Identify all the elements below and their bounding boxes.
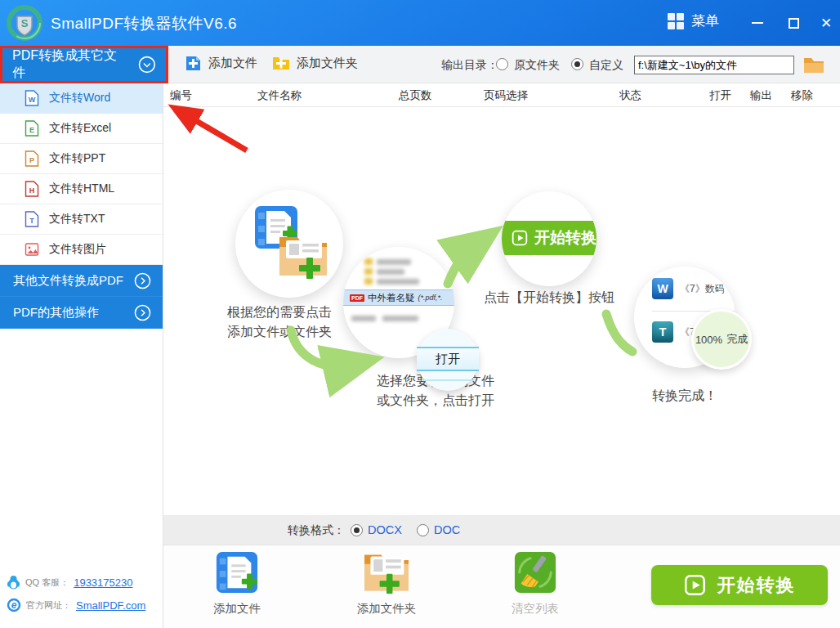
open-button-zoom-circle: 打开 [417, 329, 479, 391]
col-open: 打开 [709, 83, 731, 107]
ie-browser-icon: e [7, 598, 21, 612]
sidebar-item-txt[interactable]: T 文件转TXT [0, 204, 163, 235]
col-number: 编号 [170, 83, 192, 107]
sidebar-section-label: PDF的其他操作 [13, 305, 99, 321]
radio-docx[interactable] [351, 524, 363, 536]
website-row: e 官方网址： SmallPDF.com [0, 594, 163, 617]
play-icon [684, 574, 706, 596]
maximize-button[interactable] [781, 13, 806, 33]
qq-number-link[interactable]: 1933175230 [74, 576, 132, 589]
add-file-big-label: 添加文件 [196, 601, 278, 617]
menu-label: 菜单 [691, 11, 719, 30]
chevron-down-icon [138, 56, 156, 74]
sidebar-header-pdf-to-other[interactable]: PDF转换成其它文件 [2, 48, 166, 81]
contact-info: QQ 客服： 1933175230 e 官方网址： SmallPDF.com [0, 571, 163, 617]
sidebar-header-label: PDF转换成其它文件 [12, 47, 128, 82]
start-convert-label: 开始转换 [717, 573, 796, 598]
format-bar: 转换格式： DOCX DOC [163, 515, 840, 545]
sidebar-item-label: 文件转PPT [49, 151, 105, 166]
tutorial-step1-circle [235, 190, 343, 298]
tutorial-step3-caption: 点击【开始转换】按钮 [451, 288, 647, 307]
converted-word-row: W 《7》数码 [652, 278, 735, 299]
start-convert-button[interactable]: 开始转换 [651, 565, 828, 605]
sidebar-item-label: 文件转TXT [49, 212, 105, 227]
selected-pdf-file-row: PDF 中外着名疑 (*.pdf,*. [343, 289, 454, 306]
menu-button[interactable]: 菜单 [668, 11, 719, 30]
website-label: 官方网址： [26, 599, 71, 612]
add-file-button[interactable]: 添加文件 [185, 55, 257, 72]
sidebar-item-label: 文件转Word [49, 91, 110, 105]
radio-original-folder[interactable] [496, 58, 508, 70]
radio-custom-folder-label[interactable]: 自定义 [589, 58, 623, 73]
svg-text:P: P [29, 156, 34, 164]
website-link[interactable]: SmallPDF.com [76, 599, 145, 612]
svg-text:S: S [21, 17, 29, 29]
sidebar-item-word[interactable]: W 文件转Word [0, 83, 163, 114]
sidebar-item-excel[interactable]: E 文件转Excel [0, 114, 163, 144]
chevron-right-icon [134, 304, 151, 321]
col-remove: 移除 [791, 83, 813, 107]
svg-text:E: E [29, 126, 34, 134]
progress-complete-circle: 100% 完成 [691, 309, 752, 370]
sidebar-item-html[interactable]: H 文件转HTML [0, 174, 163, 204]
col-page-select: 页码选择 [484, 83, 528, 107]
radio-doc-label[interactable]: DOC [434, 523, 460, 536]
format-label: 转换格式： [288, 515, 345, 545]
file-list-area: 编号 文件名称 总页数 页码选择 状态 打开 输出 移除 [163, 83, 840, 515]
sidebar-item-image[interactable]: 文件转图片 [0, 235, 163, 265]
html-file-icon: H [25, 181, 39, 197]
sidebar-section-pdf-other-ops[interactable]: PDF的其他操作 [0, 297, 163, 329]
clear-list-button[interactable]: 清空列表 [494, 550, 576, 617]
sidebar-item-ppt[interactable]: P 文件转PPT [0, 144, 163, 174]
ppt-file-icon: P [25, 150, 39, 167]
sidebar-item-label: 文件转HTML [49, 182, 114, 196]
add-file-big-button[interactable]: 添加文件 [196, 550, 278, 617]
browse-folder-button[interactable] [802, 55, 825, 74]
app-title: SmallPDF转换器软件V6.6 [51, 13, 237, 34]
sidebar-section-other-to-pdf[interactable]: 其他文件转换成PDF [0, 265, 163, 297]
sidebar-item-label: 文件转图片 [49, 242, 106, 257]
add-folder-icon [272, 55, 290, 71]
title-bar: S SmallPDF转换器软件V6.6 菜单 ✕ [0, 0, 840, 46]
qq-support-row: QQ 客服： 1933175230 [0, 571, 163, 594]
blurred-folder-list [343, 258, 454, 285]
image-file-icon [25, 241, 39, 258]
output-dir-label: 输出目录： [441, 58, 498, 73]
svg-text:W: W [29, 96, 36, 104]
add-folder-button[interactable]: 添加文件夹 [272, 55, 358, 71]
txt-file-icon: T [25, 211, 39, 227]
tutorial-step4-caption: 转换完成！ [636, 386, 734, 406]
col-filename: 文件名称 [257, 83, 302, 107]
table-header: 编号 文件名称 总页数 页码选择 状态 打开 输出 移除 [163, 83, 840, 107]
open-button: 打开 [417, 347, 479, 371]
radio-doc[interactable] [417, 524, 429, 536]
close-button[interactable]: ✕ [814, 13, 838, 33]
add-folder-big-label: 添加文件夹 [346, 601, 427, 617]
annotation-highlight-box: PDF转换成其它文件 [0, 46, 168, 83]
word-file-icon: W [25, 90, 39, 106]
radio-original-folder-label[interactable]: 原文件夹 [514, 58, 560, 73]
add-folder-illustration-icon [278, 232, 328, 280]
svg-text:H: H [29, 186, 35, 195]
add-folder-big-button[interactable]: 添加文件夹 [346, 550, 427, 617]
start-convert-illustration: 开始转换 [502, 221, 596, 255]
svg-text:T: T [29, 217, 34, 225]
qq-support-label: QQ 客服： [25, 576, 69, 589]
chevron-right-icon [134, 272, 151, 289]
pdf-badge-icon: PDF [350, 294, 364, 302]
app-window: S SmallPDF转换器软件V6.6 菜单 ✕ 添加文件 添加文件夹 [0, 0, 840, 628]
add-folder-label: 添加文件夹 [297, 56, 358, 71]
excel-file-icon: E [25, 120, 39, 137]
minimize-button[interactable] [745, 13, 770, 33]
add-file-big-icon [215, 550, 259, 594]
clear-list-label: 清空列表 [494, 601, 576, 617]
blurred-dialog-row [351, 316, 418, 321]
output-path-input[interactable] [634, 56, 794, 74]
play-icon [512, 228, 528, 248]
app-logo-icon: S [7, 5, 42, 41]
svg-text:e: e [11, 599, 17, 611]
clear-list-broom-icon [513, 550, 557, 594]
radio-docx-label[interactable]: DOCX [368, 523, 402, 536]
col-status: 状态 [619, 83, 641, 107]
radio-custom-folder[interactable] [571, 58, 583, 70]
